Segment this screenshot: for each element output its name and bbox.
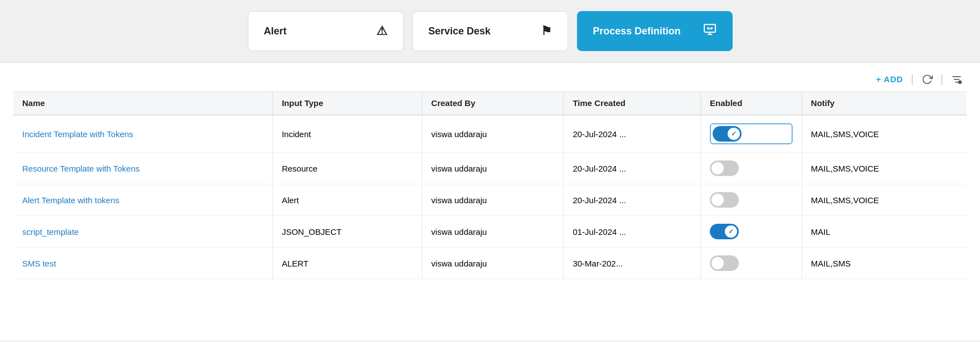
tab-process-definition[interactable]: Process Definition bbox=[577, 11, 733, 51]
service-desk-icon: ⚑ bbox=[541, 24, 552, 38]
toggle-check-icon: ✓ bbox=[731, 130, 737, 138]
cell-enabled: ✓ bbox=[701, 115, 802, 153]
col-header-name: Name bbox=[13, 92, 272, 115]
cell-name: Resource Template with Tokens bbox=[13, 153, 272, 184]
main-content: + ADD | | Name Input Type C bbox=[0, 63, 980, 340]
toolbar-divider-1: | bbox=[911, 73, 914, 86]
cell-notify: MAIL,SMS,VOICE bbox=[802, 184, 967, 216]
cell-name: SMS test bbox=[13, 248, 272, 279]
refresh-button[interactable] bbox=[922, 74, 933, 85]
process-definition-icon bbox=[703, 23, 717, 39]
col-header-input-type: Input Type bbox=[272, 92, 422, 115]
cell-time-created: 20-Jul-2024 ... bbox=[564, 115, 701, 153]
row-name-link[interactable]: Alert Template with tokens bbox=[22, 195, 120, 205]
table-row: SMS testALERTviswa uddaraju30-Mar-202...… bbox=[13, 248, 967, 279]
cell-notify: MAIL bbox=[802, 216, 967, 248]
cell-input-type: JSON_OBJECT bbox=[272, 216, 422, 248]
table-row: script_templateJSON_OBJECTviswa uddaraju… bbox=[13, 216, 967, 248]
cell-created-by: viswa uddaraju bbox=[422, 248, 564, 279]
row-name-link[interactable]: Incident Template with Tokens bbox=[22, 129, 133, 139]
cell-input-type: Resource bbox=[272, 153, 422, 184]
table-header-row: Name Input Type Created By Time Created … bbox=[13, 92, 967, 115]
toggle-switch[interactable]: ✓ bbox=[710, 224, 739, 239]
tab-process-definition-label: Process Definition bbox=[593, 26, 681, 37]
svg-rect-0 bbox=[704, 24, 715, 32]
cell-notify: MAIL,SMS bbox=[802, 248, 967, 279]
cell-input-type: Incident bbox=[272, 115, 422, 153]
svg-point-6 bbox=[958, 81, 961, 83]
col-header-created-by: Created By bbox=[422, 92, 564, 115]
data-table: Name Input Type Created By Time Created … bbox=[13, 92, 967, 279]
cell-enabled: ✓ bbox=[701, 216, 802, 248]
cell-created-by: viswa uddaraju bbox=[422, 153, 564, 184]
row-name-link[interactable]: script_template bbox=[22, 227, 79, 237]
toggle-check-icon: ✓ bbox=[728, 228, 734, 235]
add-button-label: + ADD bbox=[876, 74, 903, 84]
col-header-enabled: Enabled bbox=[701, 92, 802, 115]
cell-name: Alert Template with tokens bbox=[13, 184, 272, 216]
cell-input-type: Alert bbox=[272, 184, 422, 216]
row-name-link[interactable]: SMS test bbox=[22, 259, 56, 268]
toggle-switch[interactable]: ✓ bbox=[713, 126, 742, 142]
cell-name: Incident Template with Tokens bbox=[13, 115, 272, 153]
table-row: Alert Template with tokensAlertviswa udd… bbox=[13, 184, 967, 216]
cell-enabled bbox=[701, 153, 802, 184]
col-header-notify: Notify bbox=[802, 92, 967, 115]
toolbar: + ADD | | bbox=[13, 63, 967, 92]
cell-created-by: viswa uddaraju bbox=[422, 184, 564, 216]
cell-notify: MAIL,SMS,VOICE bbox=[802, 153, 967, 184]
add-button[interactable]: + ADD bbox=[876, 74, 903, 84]
tab-alert[interactable]: Alert ⚠ bbox=[248, 11, 404, 51]
alert-icon: ⚠ bbox=[376, 24, 387, 38]
cell-input-type: ALERT bbox=[272, 248, 422, 279]
toggle-switch[interactable] bbox=[710, 160, 739, 176]
tab-service-desk[interactable]: Service Desk ⚑ bbox=[412, 11, 568, 51]
filter-button[interactable] bbox=[951, 74, 962, 85]
table-row: Resource Template with TokensResourcevis… bbox=[13, 153, 967, 184]
cell-created-by: viswa uddaraju bbox=[422, 115, 564, 153]
toggle-switch[interactable] bbox=[710, 192, 739, 208]
row-name-link[interactable]: Resource Template with Tokens bbox=[22, 164, 140, 173]
table-row: Incident Template with TokensIncidentvis… bbox=[13, 115, 967, 153]
cell-created-by: viswa uddaraju bbox=[422, 216, 564, 248]
tab-service-desk-label: Service Desk bbox=[429, 26, 491, 37]
cell-time-created: 01-Jul-2024 ... bbox=[564, 216, 701, 248]
cell-time-created: 30-Mar-202... bbox=[564, 248, 701, 279]
tab-alert-label: Alert bbox=[264, 26, 287, 37]
cell-time-created: 20-Jul-2024 ... bbox=[564, 184, 701, 216]
tab-bar: Alert ⚠ Service Desk ⚑ Process Definitio… bbox=[0, 0, 980, 63]
cell-name: script_template bbox=[13, 216, 272, 248]
toolbar-divider-2: | bbox=[941, 73, 943, 86]
cell-enabled bbox=[701, 248, 802, 279]
toggle-switch[interactable] bbox=[710, 255, 739, 271]
data-table-container: Name Input Type Created By Time Created … bbox=[13, 92, 967, 279]
col-header-time-created: Time Created bbox=[564, 92, 701, 115]
cell-notify: MAIL,SMS,VOICE bbox=[802, 115, 967, 153]
cell-time-created: 20-Jul-2024 ... bbox=[564, 153, 701, 184]
cell-enabled bbox=[701, 184, 802, 216]
